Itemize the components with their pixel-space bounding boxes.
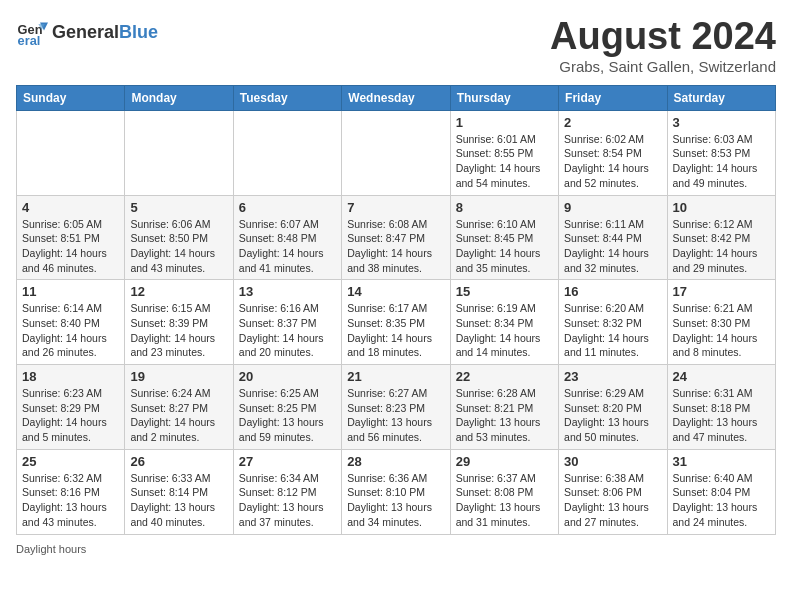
day-info: Sunrise: 6:19 AM Sunset: 8:34 PM Dayligh… [456, 301, 553, 360]
day-info: Sunrise: 6:32 AM Sunset: 8:16 PM Dayligh… [22, 471, 119, 530]
logo: Gen eral GeneralBlue [16, 16, 158, 48]
calendar-header-row: SundayMondayTuesdayWednesdayThursdayFrid… [17, 85, 776, 110]
calendar-day-header: Monday [125, 85, 233, 110]
day-number: 31 [673, 454, 770, 469]
title-block: August 2024 Grabs, Saint Gallen, Switzer… [550, 16, 776, 75]
day-info: Sunrise: 6:08 AM Sunset: 8:47 PM Dayligh… [347, 217, 444, 276]
calendar-day-header: Friday [559, 85, 667, 110]
day-number: 11 [22, 284, 119, 299]
calendar-cell: 30Sunrise: 6:38 AM Sunset: 8:06 PM Dayli… [559, 449, 667, 534]
calendar-cell: 24Sunrise: 6:31 AM Sunset: 8:18 PM Dayli… [667, 365, 775, 450]
calendar-cell: 21Sunrise: 6:27 AM Sunset: 8:23 PM Dayli… [342, 365, 450, 450]
calendar-cell: 9Sunrise: 6:11 AM Sunset: 8:44 PM Daylig… [559, 195, 667, 280]
day-number: 8 [456, 200, 553, 215]
day-number: 26 [130, 454, 227, 469]
day-number: 23 [564, 369, 661, 384]
day-info: Sunrise: 6:12 AM Sunset: 8:42 PM Dayligh… [673, 217, 770, 276]
day-number: 14 [347, 284, 444, 299]
day-info: Sunrise: 6:33 AM Sunset: 8:14 PM Dayligh… [130, 471, 227, 530]
day-info: Sunrise: 6:23 AM Sunset: 8:29 PM Dayligh… [22, 386, 119, 445]
day-info: Sunrise: 6:03 AM Sunset: 8:53 PM Dayligh… [673, 132, 770, 191]
calendar-cell: 31Sunrise: 6:40 AM Sunset: 8:04 PM Dayli… [667, 449, 775, 534]
day-number: 19 [130, 369, 227, 384]
day-info: Sunrise: 6:29 AM Sunset: 8:20 PM Dayligh… [564, 386, 661, 445]
calendar-cell [17, 110, 125, 195]
day-info: Sunrise: 6:01 AM Sunset: 8:55 PM Dayligh… [456, 132, 553, 191]
day-info: Sunrise: 6:28 AM Sunset: 8:21 PM Dayligh… [456, 386, 553, 445]
day-number: 2 [564, 115, 661, 130]
day-info: Sunrise: 6:25 AM Sunset: 8:25 PM Dayligh… [239, 386, 336, 445]
day-number: 5 [130, 200, 227, 215]
calendar-week-row: 11Sunrise: 6:14 AM Sunset: 8:40 PM Dayli… [17, 280, 776, 365]
calendar-cell: 5Sunrise: 6:06 AM Sunset: 8:50 PM Daylig… [125, 195, 233, 280]
calendar-day-header: Sunday [17, 85, 125, 110]
day-info: Sunrise: 6:37 AM Sunset: 8:08 PM Dayligh… [456, 471, 553, 530]
calendar-week-row: 4Sunrise: 6:05 AM Sunset: 8:51 PM Daylig… [17, 195, 776, 280]
calendar-day-header: Saturday [667, 85, 775, 110]
day-number: 27 [239, 454, 336, 469]
day-info: Sunrise: 6:27 AM Sunset: 8:23 PM Dayligh… [347, 386, 444, 445]
day-info: Sunrise: 6:07 AM Sunset: 8:48 PM Dayligh… [239, 217, 336, 276]
calendar-week-row: 1Sunrise: 6:01 AM Sunset: 8:55 PM Daylig… [17, 110, 776, 195]
calendar-cell: 27Sunrise: 6:34 AM Sunset: 8:12 PM Dayli… [233, 449, 341, 534]
calendar-cell: 11Sunrise: 6:14 AM Sunset: 8:40 PM Dayli… [17, 280, 125, 365]
calendar-cell: 19Sunrise: 6:24 AM Sunset: 8:27 PM Dayli… [125, 365, 233, 450]
day-number: 3 [673, 115, 770, 130]
day-info: Sunrise: 6:10 AM Sunset: 8:45 PM Dayligh… [456, 217, 553, 276]
day-number: 29 [456, 454, 553, 469]
day-info: Sunrise: 6:06 AM Sunset: 8:50 PM Dayligh… [130, 217, 227, 276]
day-number: 18 [22, 369, 119, 384]
footer: Daylight hours [16, 543, 776, 555]
day-info: Sunrise: 6:20 AM Sunset: 8:32 PM Dayligh… [564, 301, 661, 360]
calendar-cell [342, 110, 450, 195]
calendar-cell: 25Sunrise: 6:32 AM Sunset: 8:16 PM Dayli… [17, 449, 125, 534]
calendar-cell: 13Sunrise: 6:16 AM Sunset: 8:37 PM Dayli… [233, 280, 341, 365]
day-number: 25 [22, 454, 119, 469]
calendar-table: SundayMondayTuesdayWednesdayThursdayFrid… [16, 85, 776, 535]
calendar-cell: 16Sunrise: 6:20 AM Sunset: 8:32 PM Dayli… [559, 280, 667, 365]
calendar-cell: 23Sunrise: 6:29 AM Sunset: 8:20 PM Dayli… [559, 365, 667, 450]
day-number: 20 [239, 369, 336, 384]
day-number: 6 [239, 200, 336, 215]
daylight-label: Daylight hours [16, 543, 86, 555]
day-number: 22 [456, 369, 553, 384]
day-number: 21 [347, 369, 444, 384]
day-info: Sunrise: 6:36 AM Sunset: 8:10 PM Dayligh… [347, 471, 444, 530]
day-number: 30 [564, 454, 661, 469]
calendar-cell: 18Sunrise: 6:23 AM Sunset: 8:29 PM Dayli… [17, 365, 125, 450]
day-info: Sunrise: 6:21 AM Sunset: 8:30 PM Dayligh… [673, 301, 770, 360]
day-info: Sunrise: 6:31 AM Sunset: 8:18 PM Dayligh… [673, 386, 770, 445]
calendar-day-header: Thursday [450, 85, 558, 110]
calendar-cell: 12Sunrise: 6:15 AM Sunset: 8:39 PM Dayli… [125, 280, 233, 365]
calendar-cell: 14Sunrise: 6:17 AM Sunset: 8:35 PM Dayli… [342, 280, 450, 365]
calendar-cell [233, 110, 341, 195]
day-info: Sunrise: 6:05 AM Sunset: 8:51 PM Dayligh… [22, 217, 119, 276]
calendar-cell: 20Sunrise: 6:25 AM Sunset: 8:25 PM Dayli… [233, 365, 341, 450]
day-number: 17 [673, 284, 770, 299]
svg-text:eral: eral [18, 33, 41, 48]
page-header: Gen eral GeneralBlue August 2024 Grabs, … [16, 16, 776, 75]
calendar-cell: 1Sunrise: 6:01 AM Sunset: 8:55 PM Daylig… [450, 110, 558, 195]
calendar-cell: 6Sunrise: 6:07 AM Sunset: 8:48 PM Daylig… [233, 195, 341, 280]
calendar-cell: 2Sunrise: 6:02 AM Sunset: 8:54 PM Daylig… [559, 110, 667, 195]
day-info: Sunrise: 6:02 AM Sunset: 8:54 PM Dayligh… [564, 132, 661, 191]
day-number: 10 [673, 200, 770, 215]
day-number: 9 [564, 200, 661, 215]
calendar-cell: 4Sunrise: 6:05 AM Sunset: 8:51 PM Daylig… [17, 195, 125, 280]
month-title: August 2024 [550, 16, 776, 58]
calendar-cell: 15Sunrise: 6:19 AM Sunset: 8:34 PM Dayli… [450, 280, 558, 365]
calendar-cell [125, 110, 233, 195]
calendar-cell: 22Sunrise: 6:28 AM Sunset: 8:21 PM Dayli… [450, 365, 558, 450]
day-info: Sunrise: 6:38 AM Sunset: 8:06 PM Dayligh… [564, 471, 661, 530]
calendar-cell: 29Sunrise: 6:37 AM Sunset: 8:08 PM Dayli… [450, 449, 558, 534]
day-number: 13 [239, 284, 336, 299]
calendar-cell: 3Sunrise: 6:03 AM Sunset: 8:53 PM Daylig… [667, 110, 775, 195]
calendar-cell: 8Sunrise: 6:10 AM Sunset: 8:45 PM Daylig… [450, 195, 558, 280]
calendar-day-header: Wednesday [342, 85, 450, 110]
calendar-week-row: 18Sunrise: 6:23 AM Sunset: 8:29 PM Dayli… [17, 365, 776, 450]
day-number: 24 [673, 369, 770, 384]
day-number: 15 [456, 284, 553, 299]
calendar-week-row: 25Sunrise: 6:32 AM Sunset: 8:16 PM Dayli… [17, 449, 776, 534]
day-number: 16 [564, 284, 661, 299]
day-info: Sunrise: 6:24 AM Sunset: 8:27 PM Dayligh… [130, 386, 227, 445]
